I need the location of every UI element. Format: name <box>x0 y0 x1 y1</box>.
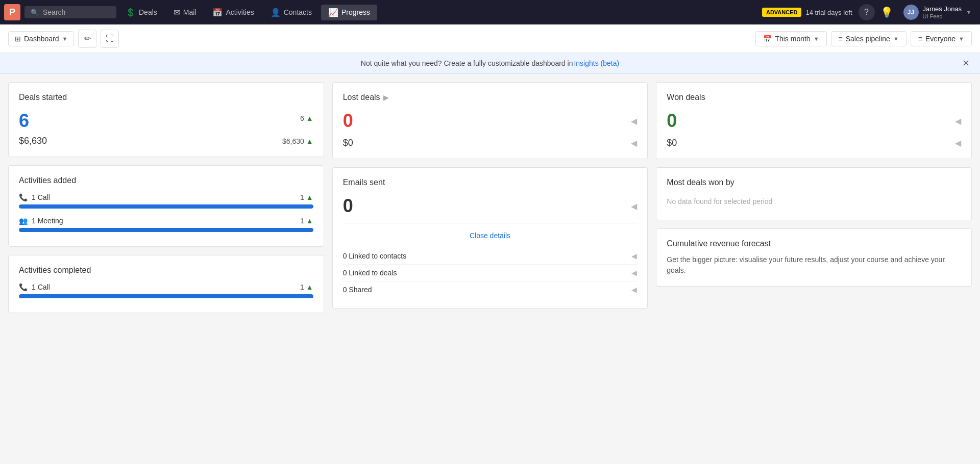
user-name: James Jonas <box>923 5 962 13</box>
call-count: 1 ▲ <box>300 193 313 201</box>
deals-started-amount: $6,630 <box>19 136 47 146</box>
won-deals-count: 0 <box>667 110 677 132</box>
banner-close-button[interactable]: ✕ <box>960 57 972 69</box>
period-label: This month <box>775 35 810 43</box>
completed-call-progress-bg <box>19 294 313 298</box>
lost-deals-amount: $0 <box>343 138 353 148</box>
lost-deals-amount-chevron[interactable]: ◀ <box>631 138 637 148</box>
nav-item-progress[interactable]: 📈 Progress <box>321 5 377 20</box>
lost-deals-title: Lost deals ▶ <box>343 93 638 102</box>
everyone-label: Everyone <box>925 35 955 43</box>
edit-button[interactable]: ✏ <box>78 30 96 48</box>
deals-started-card: Deals started 6 6 ▲ $6,630 $6,630 ▲ <box>8 82 324 157</box>
emails-detail-row-deals: 0 Linked to deals ◀ <box>343 265 638 281</box>
call-progress-bg <box>19 204 313 209</box>
help-icon: ? <box>864 8 869 17</box>
activities-completed-card: Activities completed 📞 1 Call 1 ▲ <box>8 255 324 313</box>
lost-deals-count: 0 <box>343 110 353 132</box>
completed-call-row: 📞 1 Call 1 ▲ <box>19 283 313 298</box>
activity-call-row: 📞 1 Call 1 ▲ <box>19 193 313 209</box>
meeting-progress-fill <box>19 228 313 232</box>
nav-item-deals[interactable]: 💲 Deals <box>118 5 164 20</box>
completed-call-count: 1 ▲ <box>300 283 313 291</box>
top-nav: P 🔍 Search 💲 Deals ✉ Mail 📅 Activities 👤… <box>0 0 980 24</box>
fullscreen-icon: ⛶ <box>106 34 114 43</box>
meeting-icon: 👥 <box>19 217 28 225</box>
most-deals-won-card: Most deals won by No data found for sele… <box>656 167 972 220</box>
contacts-chevron[interactable]: ◀ <box>631 252 637 260</box>
dashboard-dropdown[interactable]: ⊞ Dashboard ▼ <box>8 31 74 46</box>
nav-mail-label: Mail <box>183 8 197 16</box>
fullscreen-button[interactable]: ⛶ <box>101 30 119 48</box>
call-label: 📞 1 Call <box>19 193 50 201</box>
cumulative-description: Get the bigger picture: visualise your f… <box>667 254 961 276</box>
everyone-filter[interactable]: ≡ Everyone ▼ <box>911 31 972 46</box>
dashboard-label: Dashboard <box>24 35 59 43</box>
deals-started-count-right: 6 ▲ <box>300 110 313 122</box>
close-details-btn[interactable]: Close details <box>343 229 638 242</box>
trial-badge-container[interactable]: ADVANCED 14 trial days left <box>762 8 852 17</box>
trial-text: 14 trial days left <box>805 9 852 16</box>
user-subtitle: UI Feed <box>923 13 962 19</box>
activities-completed-title: Activities completed <box>19 266 313 275</box>
deals-icon: 💲 <box>126 8 136 17</box>
lost-deals-count-chevron[interactable]: ◀ <box>631 116 637 126</box>
most-deals-title: Most deals won by <box>667 178 961 187</box>
nav-activities-label: Activities <box>226 8 254 16</box>
avatar: JJ <box>903 5 919 20</box>
col-left: Deals started 6 6 ▲ $6,630 $6,630 ▲ Acti… <box>8 82 324 313</box>
call-progress-fill <box>19 204 313 209</box>
call-icon: 📞 <box>19 193 28 201</box>
insights-link[interactable]: Insights (beta) <box>574 59 619 67</box>
col-center: Lost deals ▶ 0 ◀ $0 ◀ Emails sent 0 ◀ Cl… <box>332 82 648 313</box>
bulb-button[interactable]: 💡 <box>879 4 895 20</box>
nav-deals-label: Deals <box>139 8 157 16</box>
nav-logo: P <box>4 4 20 20</box>
emails-sent-count: 0 <box>343 195 353 217</box>
meeting-count: 1 ▲ <box>300 217 313 225</box>
everyone-chevron-icon: ▼ <box>959 36 964 42</box>
won-deals-amount-chevron[interactable]: ◀ <box>955 138 961 148</box>
pipeline-icon: ≡ <box>839 35 843 43</box>
shared-chevron[interactable]: ◀ <box>631 286 637 294</box>
nav-contacts-label: Contacts <box>284 8 312 16</box>
meeting-up-arrow: ▲ <box>306 217 313 225</box>
count-up-arrow: ▲ <box>306 114 313 122</box>
meeting-label: 👥 1 Meeting <box>19 217 63 225</box>
nav-item-mail[interactable]: ✉ Mail <box>166 5 204 20</box>
info-banner: Not quite what you need? Create a fully … <box>0 53 980 74</box>
period-filter[interactable]: 📅 This month ▼ <box>755 31 826 46</box>
meeting-progress-bg <box>19 228 313 232</box>
completed-call-label: 📞 1 Call <box>19 283 50 291</box>
won-deals-card: Won deals 0 ◀ $0 ◀ <box>656 82 972 159</box>
activity-meeting-row: 👥 1 Meeting 1 ▲ <box>19 217 313 232</box>
deals-chevron[interactable]: ◀ <box>631 269 637 277</box>
edit-icon: ✏ <box>84 34 91 43</box>
main-grid: Deals started 6 6 ▲ $6,630 $6,630 ▲ Acti… <box>0 74 980 321</box>
won-deals-count-chevron[interactable]: ◀ <box>955 116 961 126</box>
activities-added-title: Activities added <box>19 176 313 185</box>
trial-badge: ADVANCED <box>762 8 802 17</box>
most-deals-no-data: No data found for selected period <box>667 193 961 210</box>
dashboard-chevron-icon: ▼ <box>62 36 68 42</box>
cumulative-title: Cumulative revenue forecast <box>667 239 961 248</box>
emails-count-chevron[interactable]: ◀ <box>631 201 637 211</box>
help-button[interactable]: ? <box>859 4 875 20</box>
activities-icon: 📅 <box>212 8 223 17</box>
nav-progress-label: Progress <box>341 8 370 16</box>
progress-icon: 📈 <box>328 8 338 17</box>
lost-deals-arrow-icon: ▶ <box>383 93 389 101</box>
user-menu[interactable]: JJ James Jonas UI Feed ▼ <box>899 3 976 22</box>
everyone-icon: ≡ <box>918 35 922 43</box>
nav-item-activities[interactable]: 📅 Activities <box>205 5 261 20</box>
deals-started-amount-right: $6,630 ▲ <box>282 137 313 145</box>
nav-item-contacts[interactable]: 👤 Contacts <box>263 5 319 20</box>
pipeline-chevron-icon: ▼ <box>893 36 899 42</box>
emails-detail-row-contacts: 0 Linked to contacts ◀ <box>343 248 638 265</box>
pipeline-filter[interactable]: ≡ Sales pipeline ▼ <box>831 31 906 46</box>
search-box[interactable]: 🔍 Search <box>24 6 116 18</box>
dashboard-grid-icon: ⊞ <box>15 35 21 43</box>
call-up-arrow: ▲ <box>306 193 313 201</box>
completed-call-progress-fill <box>19 294 313 298</box>
emails-detail-row-shared: 0 Shared ◀ <box>343 281 638 298</box>
